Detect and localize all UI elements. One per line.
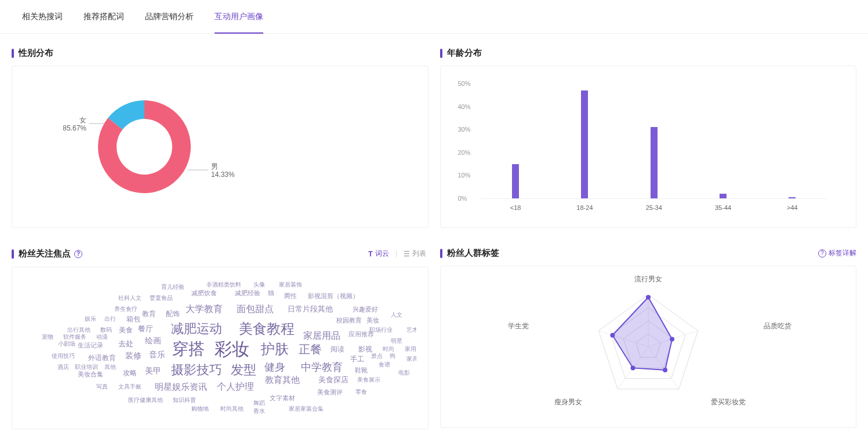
word-餐厅[interactable]: 餐厅 [138,324,153,334]
word-文具手账[interactable]: 文具手账 [118,383,141,391]
word-减肥运动[interactable]: 减肥运动 [171,320,222,338]
word-穿搭[interactable]: 穿搭 [172,338,205,360]
word-社科人文[interactable]: 社科人文 [118,294,141,302]
word-头像[interactable]: 头像 [253,281,265,289]
word-美食教程[interactable]: 美食教程 [239,320,295,338]
word-写真[interactable]: 写真 [96,383,108,391]
word-酒店[interactable]: 酒店 [57,363,69,371]
word-知识科普[interactable]: 知识科普 [173,396,196,404]
help-icon[interactable]: ? [74,250,82,258]
word-校园教育[interactable]: 校园教育 [336,316,362,325]
wordcloud-view-button[interactable]: T 词云 [366,248,391,260]
word-摄影技巧[interactable]: 摄影技巧 [171,361,222,379]
word-日常片段其他[interactable]: 日常片段其他 [288,304,333,314]
word-影视[interactable]: 影视 [358,345,372,354]
word-减肥饮食[interactable]: 减肥饮食 [191,288,217,297]
word-家用电器[interactable]: 家用电器 [405,345,416,353]
word-养生食疗[interactable]: 养生食疗 [114,305,137,313]
word-小剧场[interactable]: 小剧场 [58,340,75,348]
bar-35-44[interactable] [720,194,727,198]
word-明星娱乐资讯[interactable]: 明星娱乐资讯 [155,381,207,392]
word-健身[interactable]: 健身 [264,360,285,374]
word-购物地[interactable]: 购物地 [191,405,209,413]
word-艺术[interactable]: 艺术 [406,326,416,334]
word-景点[interactable]: 景点 [371,352,383,360]
word-文字素材[interactable]: 文字素材 [270,393,295,402]
word-美食探店[interactable]: 美食探店 [318,375,348,385]
word-教育其他[interactable]: 教育其他 [265,374,300,385]
word-使用技巧[interactable]: 使用技巧 [52,352,75,360]
word-育儿经验[interactable]: 育儿经验 [161,283,184,291]
word-家居用品[interactable]: 家居用品 [303,329,340,342]
tags-detail-link[interactable]: ? 标签详解 [815,248,856,258]
word-配饰[interactable]: 配饰 [166,309,180,318]
word-宠物[interactable]: 宠物 [42,333,53,341]
tab-0[interactable]: 相关热搜词 [12,0,73,34]
word-软件服务[interactable]: 软件服务 [63,333,86,341]
word-鞋靴[interactable]: 鞋靴 [355,366,368,375]
word-娱乐[interactable]: 娱乐 [85,315,96,323]
word-舞蹈[interactable]: 舞蹈 [253,399,265,407]
word-攻略[interactable]: 攻略 [123,368,137,378]
word-电影[interactable]: 电影 [398,369,410,377]
word-正餐[interactable]: 正餐 [299,342,322,357]
tab-2[interactable]: 品牌营销分析 [135,0,204,34]
word-教育[interactable]: 教育 [142,309,156,318]
word-家居装饰[interactable]: 家居装饰 [279,281,302,289]
word-护肤[interactable]: 护肤 [261,340,289,358]
word-家具[interactable]: 家具 [406,355,416,363]
word-外语教育[interactable]: 外语教育 [88,353,116,362]
word-出行[interactable]: 出行 [104,315,116,323]
tab-1[interactable]: 推荐搭配词 [73,0,135,34]
word-影视混剪（视频）[interactable]: 影视混剪（视频） [308,291,359,300]
word-彩妆[interactable]: 彩妆 [215,338,249,361]
word-生活记录[interactable]: 生活记录 [78,341,103,350]
word-美食展示[interactable]: 美食展示 [357,376,380,384]
word-动漫[interactable]: 动漫 [96,333,108,341]
word-职业培训[interactable]: 职业培训 [75,363,98,371]
word-美妆[interactable]: 美妆 [366,316,379,325]
word-个人护理[interactable]: 个人护理 [217,380,254,393]
word-兴趣爱好[interactable]: 兴趣爱好 [353,305,378,314]
bar-<18[interactable] [512,164,519,198]
word-面包甜点[interactable]: 面包甜点 [237,303,274,316]
word-大学教育[interactable]: 大学教育 [186,303,223,316]
word-职场行业[interactable]: 职场行业 [369,326,393,334]
word-时尚[interactable]: 时尚 [383,345,394,353]
word-食谱[interactable]: 食谱 [379,361,390,369]
wordcloud-card: 彩妆穿搭美食教程护肤减肥运动摄影技巧发型正餐健身中学教育个人护理明星娱乐资讯家居… [12,267,428,429]
word-音乐[interactable]: 音乐 [149,350,165,360]
word-零食[interactable]: 零食 [355,388,367,396]
word-手工[interactable]: 手工 [350,354,364,364]
word-医疗健康其他[interactable]: 医疗健康其他 [128,396,163,404]
word-绘画[interactable]: 绘画 [145,336,161,346]
word-家居家装合集[interactable]: 家居家装合集 [289,405,324,413]
word-美食[interactable]: 美食 [119,325,133,335]
word-美食测评[interactable]: 美食测评 [317,388,343,397]
word-阅读[interactable]: 阅读 [331,345,344,354]
list-view-button[interactable]: ☰ 列表 [401,248,428,260]
word-非酒精类饮料[interactable]: 非酒精类饮料 [206,281,241,289]
word-箱包[interactable]: 箱包 [126,314,140,324]
bar->44[interactable] [789,197,796,198]
word-婴童食品[interactable]: 婴童食品 [150,294,173,302]
tab-3[interactable]: 互动用户画像 [204,0,274,34]
word-装修[interactable]: 装修 [125,351,141,361]
radar-axis-label: 爱买彩妆党 [711,397,746,407]
word-发型[interactable]: 发型 [231,361,256,379]
word-时尚其他[interactable]: 时尚其他 [220,405,244,413]
ytick: 10% [458,172,471,179]
word-其他[interactable]: 其他 [104,363,116,371]
word-美甲[interactable]: 美甲 [145,366,161,376]
word-减肥经验[interactable]: 减肥经验 [235,288,260,297]
word-中学教育[interactable]: 中学教育 [301,360,343,374]
word-人文[interactable]: 人文 [391,311,402,319]
word-猫[interactable]: 猫 [268,288,274,297]
bar-18-24[interactable] [581,90,588,198]
word-明星[interactable]: 明星 [391,337,402,345]
radar-axis-label: 品质吃货 [764,321,791,331]
word-去处[interactable]: 去处 [118,339,133,349]
word-香水[interactable]: 香水 [253,407,265,415]
bar-25-34[interactable] [651,127,658,198]
word-两性[interactable]: 两性 [284,291,297,300]
